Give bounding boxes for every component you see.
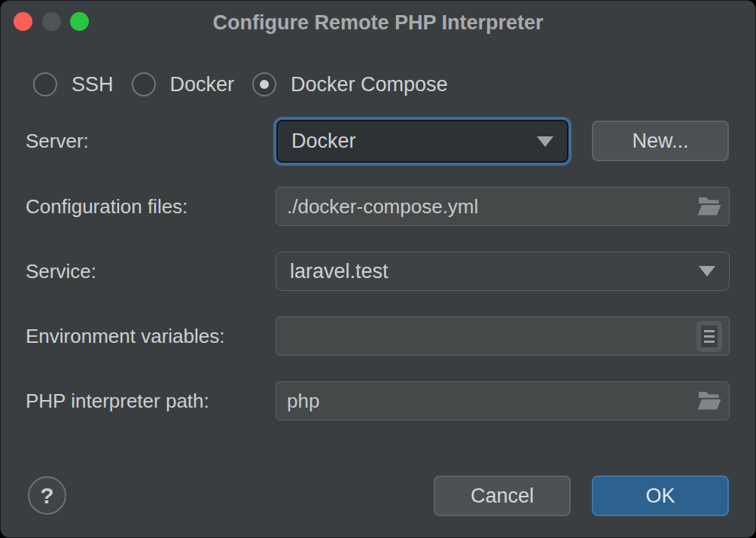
- chevron-down-icon: [537, 136, 553, 147]
- server-label: Server:: [26, 130, 89, 153]
- browse-folder-icon[interactable]: [693, 384, 726, 417]
- env-vars-field: [276, 316, 730, 356]
- dialog-title: Configure Remote PHP Interpreter: [1, 1, 755, 43]
- help-button[interactable]: ?: [28, 476, 66, 515]
- radio-label: SSH: [72, 73, 114, 96]
- interpreter-type-radio-group: SSH Docker Docker Compose: [33, 72, 466, 96]
- chevron-down-icon: [699, 266, 715, 277]
- new-server-button-label: New...: [632, 130, 688, 153]
- php-path-field: [276, 381, 730, 420]
- radio-circle-icon: [132, 72, 156, 96]
- php-path-input[interactable]: [276, 382, 693, 420]
- radio-label: Docker Compose: [291, 73, 448, 96]
- help-button-label: ?: [40, 483, 53, 509]
- service-combobox[interactable]: laravel.test: [276, 252, 730, 291]
- radio-circle-icon: [252, 72, 276, 96]
- titlebar: Configure Remote PHP Interpreter: [1, 1, 755, 43]
- service-combobox-value: laravel.test: [276, 260, 699, 283]
- env-vars-input[interactable]: [276, 317, 693, 355]
- radio-docker-compose[interactable]: Docker Compose: [252, 72, 448, 96]
- config-files-label: Configuration files:: [26, 195, 187, 219]
- env-vars-label: Environment variables:: [26, 325, 224, 348]
- config-files-input[interactable]: [276, 188, 693, 225]
- ok-button-label: OK: [645, 485, 675, 508]
- config-files-field: [276, 187, 730, 226]
- dialog-window: Configure Remote PHP Interpreter SSH Doc…: [0, 0, 756, 538]
- new-server-button[interactable]: New...: [592, 121, 729, 161]
- cancel-button[interactable]: Cancel: [434, 475, 571, 516]
- browse-folder-icon[interactable]: [693, 190, 726, 223]
- service-label: Service:: [26, 260, 96, 283]
- cancel-button-label: Cancel: [471, 485, 534, 508]
- ok-button[interactable]: OK: [592, 475, 729, 516]
- radio-circle-icon: [33, 72, 57, 96]
- radio-ssh[interactable]: SSH: [33, 72, 114, 96]
- radio-docker[interactable]: Docker: [132, 72, 235, 96]
- php-path-label: PHP interpreter path:: [26, 390, 209, 413]
- server-combobox[interactable]: Docker: [276, 120, 569, 163]
- server-combobox-value: Docker: [278, 130, 537, 153]
- radio-label: Docker: [170, 73, 235, 96]
- edit-variables-icon[interactable]: [693, 319, 726, 353]
